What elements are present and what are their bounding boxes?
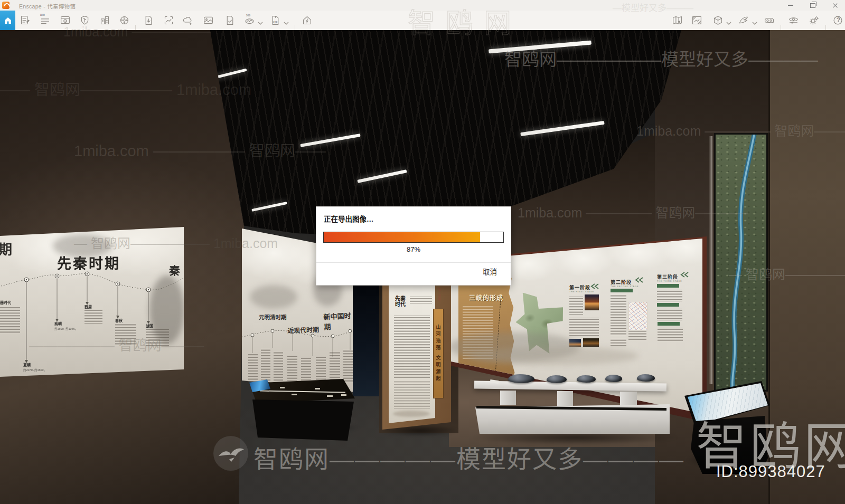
stage1-paragraph — [569, 318, 599, 337]
poster-title: 先秦时期 — [57, 252, 120, 273]
stage3-chevrons-icon — [680, 270, 689, 280]
image-button[interactable] — [202, 14, 214, 26]
rock-specimen — [547, 375, 567, 383]
title-bar: Enscape - 代秦博物馆 — [0, 0, 845, 11]
unit-board-banner: 山河浩荡 文明源起 — [433, 309, 444, 398]
satellite-map-glow — [709, 136, 712, 384]
visual-settings-button[interactable] — [787, 14, 800, 26]
stage1-chevrons-icon — [590, 282, 599, 291]
ceiling-light-strip — [300, 134, 360, 147]
cancel-button[interactable]: 取消 — [483, 266, 497, 277]
era-text-block — [248, 354, 258, 382]
stage2-map-figure — [628, 302, 647, 330]
site-context-button[interactable] — [59, 14, 71, 26]
buildings-button[interactable] — [99, 14, 111, 26]
era-title-yuanmingqing: 元明清时期 — [259, 313, 287, 321]
video-editor-button[interactable] — [118, 14, 130, 26]
panorama-dropdown[interactable] — [258, 18, 263, 22]
main-toolbar: BIM 360 EXE ? — [0, 11, 845, 30]
timeline-entry-label: 夏朝 — [23, 362, 31, 367]
settings-button[interactable] — [808, 14, 820, 26]
minimize-button[interactable] — [784, 0, 797, 11]
close-button[interactable] — [828, 0, 842, 11]
screenshot-button[interactable] — [163, 14, 175, 26]
orbit-mode-button[interactable] — [712, 14, 724, 26]
unit-board-heading-note — [410, 297, 432, 303]
right-wall-far — [770, 30, 845, 504]
mini-map-button[interactable] — [671, 14, 683, 26]
display-table-body — [252, 400, 354, 441]
touch-kiosk-body — [691, 416, 768, 474]
poster-side-heading: 器时代 — [0, 300, 11, 305]
stage2-chevrons-icon — [634, 275, 644, 285]
notes-button[interactable] — [19, 14, 31, 26]
stage3-label-bar — [658, 322, 680, 326]
table-artifact — [280, 387, 285, 388]
poster-timeline-graphic — [0, 227, 184, 377]
ink-mountains — [470, 347, 639, 365]
table-artifact — [327, 395, 333, 397]
help-button[interactable]: ? — [832, 14, 844, 26]
poster-edge-char-left: 期 — [0, 239, 12, 258]
stage3-subtitle: THE THIRD STAGE — [657, 280, 682, 282]
export-progress-dialog: 正在导出图像… 87% 取消 — [316, 206, 511, 286]
unit-board-banner-text: 山河浩荡 文明源起 — [435, 325, 442, 383]
material-editor-button[interactable] — [691, 14, 703, 26]
pano-360-label: 360 — [246, 14, 250, 17]
cloud-render-button[interactable] — [182, 14, 194, 26]
asset-library-button[interactable] — [79, 14, 91, 26]
dialog-divider — [316, 262, 511, 263]
orbit-dropdown[interactable] — [726, 18, 731, 22]
era-text-block — [343, 350, 354, 383]
exe-dropdown[interactable] — [284, 18, 289, 22]
rock-specimen — [637, 374, 655, 382]
ceiling-light-strip — [489, 41, 592, 54]
home-button[interactable] — [0, 11, 15, 30]
unit-board-ink-footer — [393, 411, 430, 417]
unit-tag-vertical: 第二单元 — [437, 288, 442, 302]
era-title-jinxiandai: 近现代时期 — [287, 325, 320, 335]
progress-bar — [323, 232, 504, 243]
table-artifact — [341, 394, 346, 396]
era-title-xinzhongguo: 新中国时期 — [323, 310, 355, 331]
rock-specimen — [577, 375, 596, 383]
panorama-360-button[interactable]: 360 — [243, 14, 256, 26]
home-icon — [3, 16, 13, 25]
bim-info-button[interactable]: BIM — [39, 14, 51, 26]
stage3-text — [657, 290, 682, 301]
stage2-label-bar — [611, 289, 633, 292]
minimize-icon — [788, 5, 793, 6]
stage2-paragraph — [611, 295, 626, 336]
stage1-photo-river — [583, 338, 599, 347]
batch-render-button[interactable] — [224, 14, 236, 26]
quick-enable-button[interactable] — [301, 14, 313, 26]
dialog-title: 正在导出图像… — [324, 213, 374, 224]
stage3-label-bar — [657, 284, 679, 288]
rock-specimen — [508, 374, 534, 383]
maximize-button[interactable] — [806, 0, 820, 11]
pedestal-pillar — [557, 391, 573, 406]
help-icon: ? — [837, 16, 840, 24]
timeline-entry-label: 西周 — [84, 304, 92, 309]
stage1-list — [569, 297, 583, 316]
vr-headset-button[interactable] — [763, 14, 775, 26]
stage1-photo-sunset — [585, 294, 599, 310]
exe-label: EXE — [273, 21, 278, 24]
timeline-entry-date: 约1600~约1046。 — [54, 327, 78, 331]
stage3-label-bar — [657, 303, 679, 307]
poster-edge-char-right: 秦 — [169, 262, 180, 278]
poster-side-text — [0, 307, 20, 334]
export-document-button[interactable] — [143, 14, 155, 26]
era-text-block — [261, 349, 270, 385]
close-icon — [832, 3, 838, 8]
timeline-entry-date: 约2070~约1600。 — [23, 368, 46, 372]
era-text-block — [274, 352, 283, 384]
bim-label: BIM — [40, 14, 45, 16]
exe-export-button[interactable]: EXE — [269, 14, 281, 26]
enscape-logo-icon — [2, 2, 10, 9]
fly-dropdown[interactable] — [752, 18, 757, 22]
timeline-poster: 期 先秦时期 秦 器时代 夏朝 约2070~约1600。 商朝 约1600~约1… — [0, 227, 184, 377]
fly-mode-button[interactable] — [737, 14, 749, 26]
window-title: Enscape - 代秦博物馆 — [19, 2, 76, 10]
ceiling-light-strip — [251, 202, 287, 212]
